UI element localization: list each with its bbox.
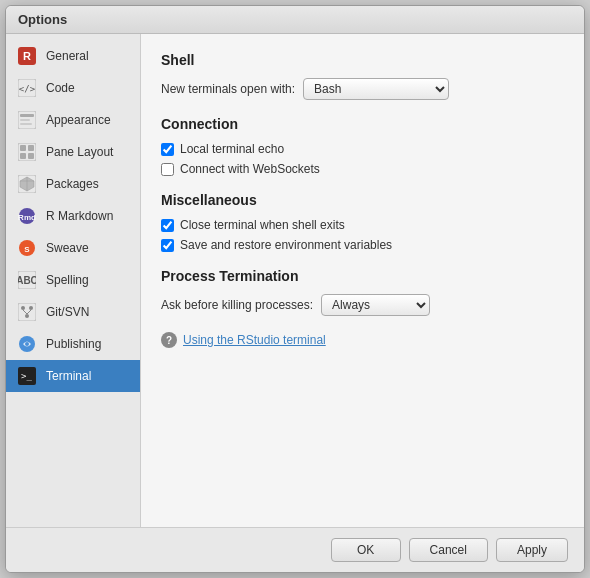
dialog-body: R General </> Code <box>6 34 584 527</box>
main-content: Shell New terminals open with: Bash Zsh … <box>141 34 584 527</box>
sidebar-item-spelling[interactable]: ABC Spelling <box>6 264 140 296</box>
svg-rect-10 <box>28 145 34 151</box>
kill-select-row: Ask before killing processes: Always Nev… <box>161 294 564 316</box>
shell-select-label: New terminals open with: <box>161 82 295 96</box>
options-dialog: Options R General </> <box>5 5 585 573</box>
save-env-checkbox[interactable] <box>161 239 174 252</box>
sidebar-item-r-markdown[interactable]: Rmd R Markdown <box>6 200 140 232</box>
sweave-icon: S <box>16 237 38 259</box>
local-echo-checkbox[interactable] <box>161 143 174 156</box>
svg-text:R: R <box>23 50 31 62</box>
packages-icon <box>16 173 38 195</box>
svg-text:</>: </> <box>19 84 36 94</box>
sidebar-label-gitsvn: Git/SVN <box>46 305 89 319</box>
help-icon: ? <box>161 332 177 348</box>
svg-text:ABC: ABC <box>18 275 36 286</box>
save-env-label[interactable]: Save and restore environment variables <box>180 238 392 252</box>
svg-rect-11 <box>20 153 26 159</box>
svg-rect-6 <box>20 119 30 121</box>
sidebar-label-terminal: Terminal <box>46 369 91 383</box>
kill-select[interactable]: Always Never Sometimes <box>321 294 430 316</box>
title-bar: Options <box>6 6 584 34</box>
gitsvn-icon <box>16 301 38 323</box>
sidebar-label-spelling: Spelling <box>46 273 89 287</box>
connection-section-title: Connection <box>161 116 564 132</box>
websockets-checkbox[interactable] <box>161 163 174 176</box>
pane-layout-icon <box>16 141 38 163</box>
shell-select[interactable]: Bash Zsh sh Command Prompt PowerShell <box>303 78 449 100</box>
svg-text:Rmd: Rmd <box>18 213 36 222</box>
sidebar-item-terminal[interactable]: >_ Terminal <box>6 360 140 392</box>
sidebar-item-publishing[interactable]: Publishing <box>6 328 140 360</box>
svg-point-30 <box>25 342 29 346</box>
svg-text:>_: >_ <box>21 371 32 381</box>
close-terminal-row: Close terminal when shell exits <box>161 218 564 232</box>
sidebar-label-packages: Packages <box>46 177 99 191</box>
sidebar-label-publishing: Publishing <box>46 337 101 351</box>
svg-rect-9 <box>20 145 26 151</box>
sidebar-item-pane-layout[interactable]: Pane Layout <box>6 136 140 168</box>
sidebar-item-code[interactable]: </> Code <box>6 72 140 104</box>
svg-point-25 <box>29 306 33 310</box>
svg-rect-5 <box>20 114 34 117</box>
sidebar-item-general[interactable]: R General <box>6 40 140 72</box>
process-termination-title: Process Termination <box>161 268 564 284</box>
ok-button[interactable]: OK <box>331 538 401 562</box>
sidebar-item-gitsvn[interactable]: Git/SVN <box>6 296 140 328</box>
sidebar-item-appearance[interactable]: Appearance <box>6 104 140 136</box>
local-echo-row: Local terminal echo <box>161 142 564 156</box>
dialog-title: Options <box>18 12 67 27</box>
miscellaneous-section-title: Miscellaneous <box>161 192 564 208</box>
shell-select-row: New terminals open with: Bash Zsh sh Com… <box>161 78 564 100</box>
help-link-text: Using the RStudio terminal <box>183 333 326 347</box>
sidebar-label-r-markdown: R Markdown <box>46 209 113 223</box>
appearance-icon <box>16 109 38 131</box>
miscellaneous-section: Miscellaneous Close terminal when shell … <box>161 192 564 252</box>
process-termination-section: Process Termination Ask before killing p… <box>161 268 564 316</box>
r-markdown-icon: Rmd <box>16 205 38 227</box>
sidebar-label-pane-layout: Pane Layout <box>46 145 113 159</box>
websockets-row: Connect with WebSockets <box>161 162 564 176</box>
sidebar: R General </> Code <box>6 34 141 527</box>
sidebar-label-code: Code <box>46 81 75 95</box>
general-icon: R <box>16 45 38 67</box>
connection-section: Connection Local terminal echo Connect w… <box>161 116 564 176</box>
sidebar-label-sweave: Sweave <box>46 241 89 255</box>
close-terminal-label[interactable]: Close terminal when shell exits <box>180 218 345 232</box>
save-env-row: Save and restore environment variables <box>161 238 564 252</box>
code-icon: </> <box>16 77 38 99</box>
svg-point-24 <box>21 306 25 310</box>
help-link[interactable]: ? Using the RStudio terminal <box>161 332 564 348</box>
sidebar-item-packages[interactable]: Packages <box>6 168 140 200</box>
shell-section-title: Shell <box>161 52 564 68</box>
sidebar-label-appearance: Appearance <box>46 113 111 127</box>
close-terminal-checkbox[interactable] <box>161 219 174 232</box>
local-echo-label[interactable]: Local terminal echo <box>180 142 284 156</box>
svg-text:S: S <box>24 245 30 254</box>
terminal-icon: >_ <box>16 365 38 387</box>
sidebar-label-general: General <box>46 49 89 63</box>
svg-rect-7 <box>20 123 32 125</box>
dialog-footer: OK Cancel Apply <box>6 527 584 572</box>
sidebar-item-sweave[interactable]: S Sweave <box>6 232 140 264</box>
publishing-icon <box>16 333 38 355</box>
cancel-button[interactable]: Cancel <box>409 538 488 562</box>
svg-rect-12 <box>28 153 34 159</box>
kill-select-label: Ask before killing processes: <box>161 298 313 312</box>
spelling-icon: ABC <box>16 269 38 291</box>
shell-section: Shell New terminals open with: Bash Zsh … <box>161 52 564 100</box>
svg-rect-23 <box>18 303 36 321</box>
apply-button[interactable]: Apply <box>496 538 568 562</box>
svg-point-26 <box>25 314 29 318</box>
websockets-label[interactable]: Connect with WebSockets <box>180 162 320 176</box>
